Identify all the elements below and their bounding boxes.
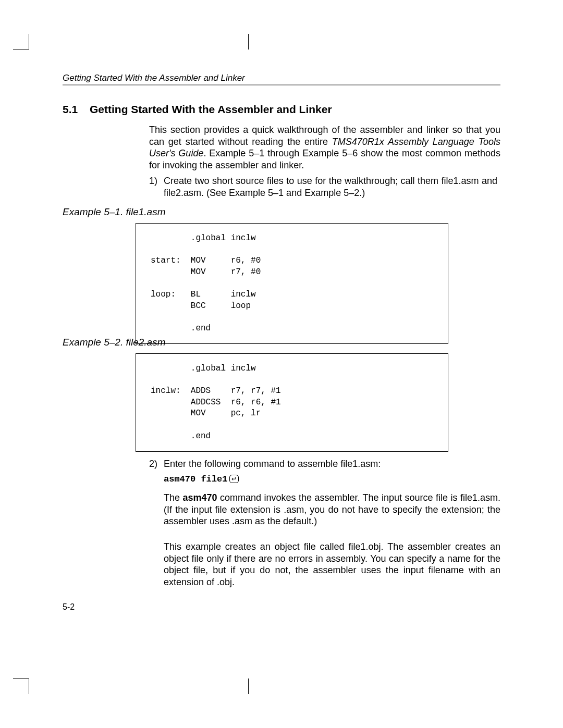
crop-mark xyxy=(29,678,29,694)
header-rule xyxy=(63,84,500,85)
crop-mark xyxy=(29,34,29,50)
step-2-paragraph-2: This example creates an object file call… xyxy=(164,541,500,588)
example-1-label: Example 5–1. file1.asm xyxy=(63,206,166,218)
example-2-code: .global inclw inclw: ADDS r7, r7, #1 ADD… xyxy=(136,353,448,452)
step-1-text: Create two short source files to use for… xyxy=(164,175,497,199)
step-2: 2)Enter the following command to assembl… xyxy=(149,458,500,470)
page-number: 5-2 xyxy=(63,602,75,612)
crop-mark xyxy=(13,678,29,679)
p2b-cmd: asm470 xyxy=(182,492,217,503)
enter-key-icon: ↵ xyxy=(229,475,239,483)
page: Getting Started With the Assembler and L… xyxy=(0,0,563,728)
step-2-lead: Enter the following command to assemble … xyxy=(164,458,497,470)
section-number: 5.1 xyxy=(63,103,78,116)
running-header: Getting Started With the Assembler and L… xyxy=(63,73,245,83)
example-2-label: Example 5–2. file2.asm xyxy=(63,337,166,348)
p2a: The xyxy=(164,492,182,503)
crop-mark xyxy=(248,678,249,694)
crop-mark xyxy=(13,50,29,50)
command-text: asm470 file1 xyxy=(164,474,227,484)
command-line: asm470 file1↵ xyxy=(164,474,239,484)
step-1: 1)Create two short source files to use f… xyxy=(149,175,500,199)
step-2-paragraph-1: The asm470 command invokes the assembler… xyxy=(164,492,500,527)
step-2-number: 2) xyxy=(149,458,164,470)
section-title: Getting Started With the Assembler and L… xyxy=(90,103,332,116)
step-1-number: 1) xyxy=(149,175,164,187)
intro-paragraph: This section provides a quick walkthroug… xyxy=(149,124,500,180)
crop-mark xyxy=(248,34,249,50)
example-1-code: .global inclw start: MOV r6, #0 MOV r7, … xyxy=(136,223,448,344)
